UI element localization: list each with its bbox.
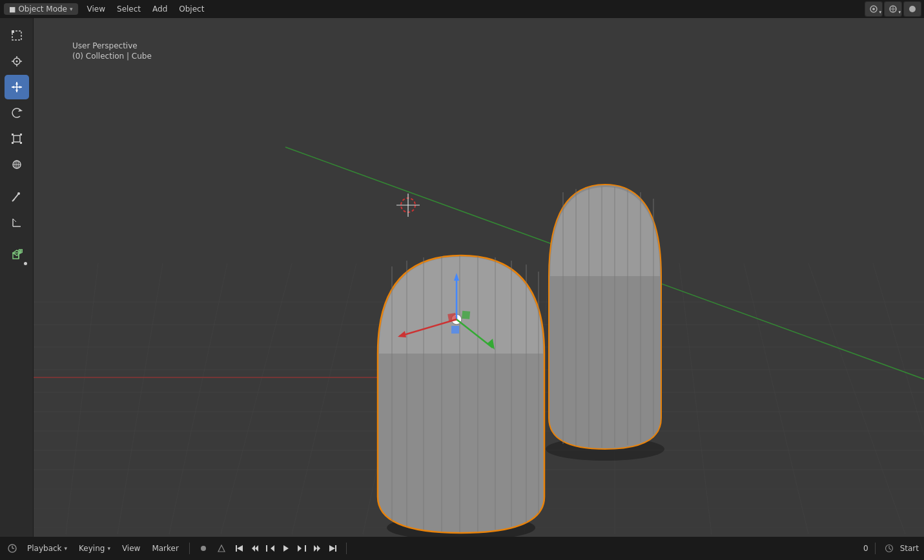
marker-menu[interactable]: Marker — [148, 543, 182, 554]
svg-marker-100 — [317, 545, 320, 552]
world-overlay-icon[interactable]: ▾ — [885, 2, 901, 16]
svg-marker-99 — [314, 545, 317, 552]
keying-label: Keying — [79, 544, 105, 553]
bottom-bar: Playback ▾ Keying ▾ View Marker — [0, 537, 924, 560]
svg-marker-102 — [329, 545, 335, 552]
svg-rect-21 — [14, 135, 20, 142]
keying-menu[interactable]: Keying ▾ — [75, 543, 114, 554]
top-right-icons: ▾ ▾ — [865, 0, 924, 18]
tool-dot — [24, 262, 27, 265]
svg-rect-23 — [20, 134, 22, 135]
top-menu-bar: ■ Object Mode ▾ View Select Add Object — [0, 0, 924, 18]
annotate-tool[interactable] — [5, 185, 29, 209]
select-box-tool[interactable] — [5, 23, 29, 48]
svg-marker-18 — [12, 86, 14, 88]
overlay-icon-group: ▾ — [884, 1, 902, 17]
svg-point-32 — [17, 192, 20, 195]
svg-marker-94 — [271, 545, 274, 552]
separator-1 — [189, 543, 190, 554]
svg-marker-89 — [218, 545, 225, 552]
jump-start-button[interactable] — [232, 541, 247, 555]
3d-viewport[interactable]: User Perspective (0) Collection | Cube — [34, 18, 924, 537]
svg-rect-24 — [12, 142, 14, 144]
next-keyframe-button[interactable] — [310, 541, 324, 555]
svg-marker-16 — [15, 82, 18, 85]
menu-object[interactable]: Object — [174, 3, 209, 15]
scale-tool[interactable] — [5, 126, 29, 151]
frame-number[interactable]: 0 — [849, 544, 868, 553]
svg-marker-20 — [18, 109, 23, 112]
camera-render-icon[interactable]: ▾ — [865, 2, 882, 16]
next-frame-button[interactable] — [294, 541, 309, 555]
shading-icon-group — [903, 1, 921, 17]
render-icon-group: ▾ — [865, 1, 883, 17]
view-label: View — [122, 544, 140, 553]
timeline-dot[interactable] — [196, 541, 210, 555]
viewport-shading-icon[interactable] — [904, 2, 921, 16]
frame-range-icon[interactable] — [214, 541, 229, 555]
marker-label: Marker — [152, 544, 178, 553]
view-menu[interactable]: View — [118, 543, 144, 554]
transform-tool[interactable] — [5, 152, 29, 177]
move-tool[interactable] — [5, 75, 29, 99]
add-cube-tool[interactable] — [5, 243, 29, 267]
playback-label: Playback — [27, 544, 62, 553]
svg-marker-96 — [283, 545, 289, 552]
menu-view[interactable]: View — [82, 3, 110, 15]
prev-keyframe-button[interactable] — [248, 541, 262, 555]
clock-icon[interactable] — [882, 541, 896, 555]
left-toolbar — [0, 18, 34, 537]
separator-3 — [875, 543, 876, 554]
rotate-tool[interactable] — [5, 101, 29, 125]
render-chevron-icon: ▾ — [879, 10, 881, 15]
overlay-chevron-icon: ▾ — [898, 10, 901, 15]
svg-marker-91 — [237, 545, 243, 552]
svg-marker-92 — [255, 545, 258, 552]
playback-chevron-icon: ▾ — [65, 545, 68, 552]
mode-selector[interactable]: ■ Object Mode ▾ — [4, 3, 78, 15]
svg-rect-22 — [12, 134, 14, 135]
menu-add[interactable]: Add — [147, 3, 172, 15]
separator-2 — [346, 543, 347, 554]
playback-controls — [232, 541, 340, 555]
mode-chevron-icon: ▾ — [70, 6, 73, 12]
svg-point-88 — [201, 546, 206, 551]
svg-marker-17 — [15, 90, 18, 92]
svg-marker-97 — [298, 545, 302, 552]
cursor-tool[interactable] — [5, 49, 29, 74]
svg-line-31 — [12, 199, 14, 201]
jump-end-button[interactable] — [325, 541, 340, 555]
svg-point-13 — [15, 61, 17, 63]
menu-select[interactable]: Select — [112, 3, 146, 15]
grid-overlay — [34, 18, 924, 537]
svg-marker-93 — [252, 545, 255, 552]
svg-marker-19 — [19, 86, 22, 88]
svg-point-1 — [872, 8, 875, 10]
play-button[interactable] — [279, 541, 293, 555]
start-label: Start — [900, 544, 919, 553]
timeline-icon[interactable] — [5, 541, 19, 555]
mode-label: Object Mode — [18, 5, 67, 14]
svg-point-5 — [909, 6, 916, 12]
svg-line-105 — [889, 548, 891, 550]
svg-rect-7 — [12, 30, 14, 33]
playback-menu[interactable]: Playback ▾ — [23, 543, 71, 554]
prev-frame-button[interactable] — [263, 541, 278, 555]
keying-chevron-icon: ▾ — [107, 545, 110, 552]
svg-rect-25 — [20, 142, 22, 144]
mode-icon: ■ — [9, 5, 15, 14]
measure-tool[interactable] — [5, 210, 29, 235]
